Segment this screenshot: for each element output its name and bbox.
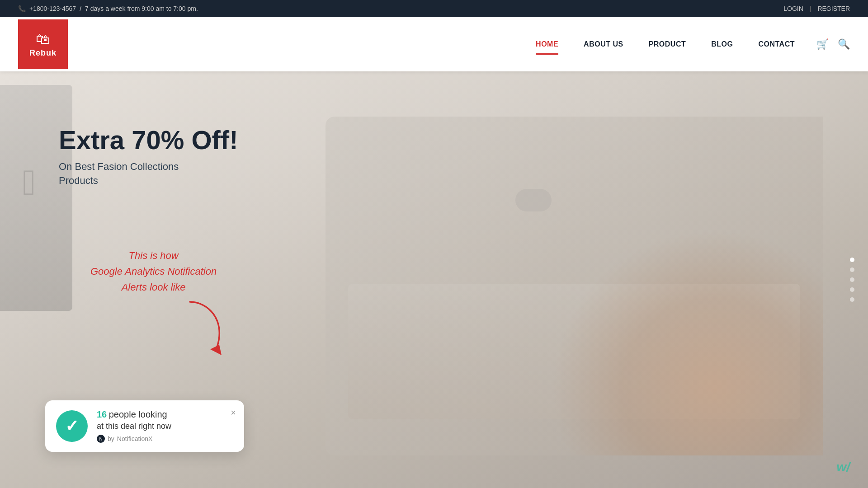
notificationx-icon: N [97,435,105,443]
svg-marker-0 [210,345,222,355]
separator: / [80,5,81,12]
nav-blog[interactable]: BLOG [698,36,745,53]
nav-contact[interactable]: CONTACT [745,36,807,53]
auth-links: LOGIN | REGISTER [783,5,850,12]
annotation-line3: Alerts look like [122,282,186,293]
logo[interactable]: 🛍 Rebuk [18,19,68,69]
annotation-line1: This is how [129,250,179,261]
login-link[interactable]: LOGIN [783,5,803,12]
register-link[interactable]: REGISTER [817,5,850,12]
hours-text: 7 days a week from 9:00 am to 7:00 pm. [85,5,198,12]
notification-icon: ✓ [56,410,88,442]
brand-by-text: by [108,435,114,442]
slider-dot-4[interactable] [850,287,854,292]
keyboard-area [326,117,823,455]
phone-icon: 📞 [18,5,26,12]
mouse-hint [515,189,552,211]
hand-overlay [552,230,823,455]
contact-info: 📞 +1800-123-4567 / 7 days a week from 9:… [18,5,198,12]
laptop-side [0,85,72,311]
logo-bag-icon: 🛍 [36,31,50,47]
slider-dot-2[interactable] [850,267,854,272]
nav-icons: 🛒 🔍 [816,38,850,50]
phone-number: +1800-123-4567 [29,5,76,12]
nav-about[interactable]: ABOUT US [571,36,636,53]
slider-dot-3[interactable] [850,277,854,282]
notification-close-button[interactable]: × [231,408,236,418]
apple-logo-hint:  [23,162,36,203]
nav-product[interactable]: PRODUCT [636,36,699,53]
notification-popup: ✓ 16 people looking at this deal right n… [45,400,244,452]
brand-name-text: NotificationX [117,435,153,442]
slider-dot-5[interactable] [850,297,854,302]
top-bar: 📞 +1800-123-4567 / 7 days a week from 9:… [0,0,868,17]
annotation-text: This is how Google Analytics Notificatio… [90,248,217,296]
header: 🛍 Rebuk HOME ABOUT US PRODUCT BLOG CONTA… [0,17,868,71]
search-icon[interactable]: 🔍 [838,38,850,50]
hero-subtitle-line1: On Best Fasion Collections Products [59,160,238,188]
slider-dots [850,258,854,302]
check-icon: ✓ [65,417,79,436]
logo-text: Rebuk [29,48,57,58]
main-nav: HOME ABOUT US PRODUCT BLOG CONTACT 🛒 🔍 [523,36,850,53]
pipe-divider: | [810,5,811,12]
notification-text1: people looking [109,409,167,419]
wp-watermark: w/ [836,460,850,474]
notification-text2: at this deal right now [97,422,233,431]
notification-brand: N by NotificationX [97,435,233,443]
hero-content: Extra 70% Off! On Best Fasion Collection… [59,126,238,188]
notification-content: 16 people looking at this deal right now… [97,409,233,443]
nav-home[interactable]: HOME [523,36,571,53]
notification-main-text: 16 people looking [97,409,233,420]
arrow-annotation [181,297,235,358]
cart-icon[interactable]: 🛒 [816,38,829,50]
hero-title: Extra 70% Off! [59,126,238,155]
hero-section:  Extra 70% Off! On Best Fasion Collecti… [0,71,868,488]
notification-count: 16 [97,409,107,419]
slider-dot-1[interactable] [850,258,854,262]
annotation-line2: Google Analytics Notification [90,266,217,277]
